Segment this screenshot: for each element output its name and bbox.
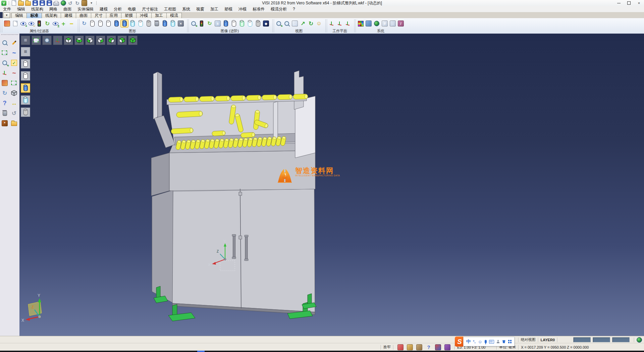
ucs-move-icon[interactable] bbox=[1, 69, 9, 77]
wireframe-mode-icon-button[interactable] bbox=[21, 59, 30, 69]
input-mode-toggle[interactable]: 中 bbox=[466, 339, 471, 345]
plane-select-icon[interactable] bbox=[33, 37, 40, 44]
profile-icon[interactable] bbox=[407, 345, 413, 350]
copy-attributes-icon[interactable] bbox=[11, 20, 19, 27]
cylinder-hatched-icon[interactable] bbox=[145, 20, 152, 27]
cylinder-translucent-icon[interactable] bbox=[129, 20, 136, 27]
new-file-icon[interactable] bbox=[11, 0, 17, 6]
3d-viewport[interactable]: Y X Z Y X Z ≡ ≡ bbox=[19, 34, 644, 336]
tab-模流[interactable]: 模流 bbox=[166, 13, 182, 18]
render-menu-icon-button[interactable]: ≡ bbox=[21, 47, 30, 56]
translucent-mode-icon[interactable] bbox=[22, 96, 29, 104]
menu-冲模[interactable]: 冲模 bbox=[235, 6, 250, 12]
system-tools-icon[interactable] bbox=[373, 20, 380, 27]
tab-标准[interactable]: 标准 bbox=[26, 13, 42, 18]
save-as-icon[interactable] bbox=[39, 0, 45, 6]
cube-bottom-view-icon[interactable] bbox=[75, 37, 83, 44]
menu-?[interactable]: ? bbox=[290, 7, 298, 11]
package-icon[interactable] bbox=[435, 345, 441, 350]
render-menu-icon[interactable]: ≡ bbox=[22, 48, 29, 55]
advanced-visibility-icon[interactable]: + bbox=[190, 20, 197, 27]
snap-select-icon[interactable] bbox=[1, 39, 9, 47]
plane-select-icon-button[interactable] bbox=[32, 36, 41, 45]
menu-加工[interactable]: 加工 bbox=[207, 6, 221, 12]
workplane-align-icon[interactable] bbox=[344, 20, 352, 27]
menu-标准件[interactable]: 标准件 bbox=[250, 6, 268, 12]
print-icon[interactable] bbox=[53, 0, 59, 6]
filter-traffic-light-icon[interactable] bbox=[36, 20, 43, 27]
color-swatch-2[interactable] bbox=[593, 337, 610, 342]
shaded-mode-icon[interactable] bbox=[22, 84, 29, 92]
menu-建模[interactable]: 建模 bbox=[97, 6, 111, 12]
menu-线架构[interactable]: 线架构 bbox=[28, 6, 46, 12]
viewport-menu-icon[interactable]: ≡ bbox=[22, 37, 29, 44]
cube-right-view-icon-button[interactable] bbox=[117, 36, 127, 45]
open-folder-icon[interactable] bbox=[18, 0, 24, 6]
tab-线架构[interactable]: 线架构 bbox=[42, 13, 61, 18]
cylinder-check-icon[interactable] bbox=[238, 20, 246, 27]
toggle-region-icon[interactable]: ± bbox=[214, 20, 221, 27]
cylinder-hatch2-icon[interactable] bbox=[254, 20, 262, 27]
tab-应用[interactable]: 应用 bbox=[106, 13, 121, 18]
lock-toggle[interactable]: 拴牢 bbox=[383, 345, 391, 350]
cylinder-shaded-edges-icon[interactable] bbox=[121, 20, 128, 27]
shield-icon[interactable]: ◆ bbox=[262, 20, 270, 27]
table-settings-icon[interactable]: # bbox=[381, 20, 388, 27]
menu-工程图[interactable]: 工程图 bbox=[161, 6, 179, 12]
rotate-view-icon[interactable]: ↻ bbox=[307, 20, 315, 27]
visi-logo[interactable]: V bbox=[1, 0, 7, 6]
snap-grid-icon[interactable] bbox=[397, 344, 404, 351]
zoom-dynamic-icon[interactable]: + bbox=[1, 59, 9, 67]
tab-加工[interactable]: 加工 bbox=[151, 13, 167, 18]
cube-iso-view-icon[interactable] bbox=[129, 37, 137, 44]
hidden-line-mode-icon-button[interactable] bbox=[21, 71, 30, 81]
menu-视窗[interactable]: 视窗 bbox=[193, 6, 207, 12]
cube-iso-view-icon-button[interactable] bbox=[128, 36, 138, 45]
advanced-filter-icon[interactable] bbox=[198, 20, 205, 27]
cylinder-modify-icon[interactable] bbox=[169, 20, 176, 27]
menu-文件[interactable]: 文件 bbox=[0, 6, 14, 12]
color-swatch-1[interactable] bbox=[573, 337, 591, 342]
quickbar-more-icon[interactable]: ▾ bbox=[89, 0, 94, 6]
menu-电极[interactable]: 电极 bbox=[125, 6, 139, 12]
minimize-button[interactable] bbox=[614, 0, 624, 6]
image-settings-icon[interactable] bbox=[365, 20, 372, 27]
keyboard-icon[interactable] bbox=[489, 340, 494, 344]
skin-icon[interactable] bbox=[502, 340, 506, 343]
window-pane-icon[interactable] bbox=[10, 79, 18, 87]
menu-编辑[interactable]: 编辑 bbox=[14, 6, 28, 12]
preview-globe-icon[interactable] bbox=[60, 0, 66, 6]
tab-曲面[interactable]: 曲面 bbox=[76, 13, 91, 18]
hide-remove-icon[interactable]: − bbox=[28, 20, 35, 27]
menu-曲面[interactable]: 曲面 bbox=[60, 6, 74, 12]
menu-实体编辑[interactable]: 实体编辑 bbox=[74, 6, 97, 12]
delete-trash-icon[interactable] bbox=[1, 109, 9, 117]
menu-分析[interactable]: 分析 bbox=[111, 6, 125, 12]
workplane-modify-icon[interactable] bbox=[336, 20, 343, 27]
emoji-icon[interactable]: ☺ bbox=[478, 339, 482, 344]
tab-dropdown-button[interactable]: ▼ bbox=[3, 12, 10, 18]
refresh-region-icon[interactable]: ↻ bbox=[206, 20, 213, 27]
cube-front-view-icon-button[interactable] bbox=[85, 36, 95, 45]
cylinder-delete-icon[interactable] bbox=[153, 20, 160, 27]
ucs-triad-icon[interactable] bbox=[54, 37, 61, 44]
cube-back-view-icon[interactable] bbox=[97, 37, 104, 44]
session-icon[interactable] bbox=[82, 0, 87, 6]
cylinder-shaded-icon[interactable] bbox=[113, 20, 120, 27]
menu-模流分析[interactable]: 模流分析 bbox=[268, 6, 290, 12]
hatched-mode-icon-button[interactable] bbox=[21, 107, 30, 117]
viewer-face-icon[interactable]: ☺ bbox=[315, 20, 323, 27]
curve-edit-icon[interactable]: ~ bbox=[10, 69, 18, 77]
cylinder-outline-icon[interactable] bbox=[230, 20, 237, 27]
cube-bottom-view-icon-button[interactable] bbox=[74, 36, 84, 45]
save-sync-icon[interactable] bbox=[46, 0, 52, 6]
attributes-stack-icon[interactable] bbox=[1, 79, 9, 87]
absolute-view-status[interactable]: 绝对视图 bbox=[521, 337, 536, 342]
graphics-settings-icon[interactable]: × bbox=[177, 20, 184, 27]
zoom-plus-icon[interactable]: + bbox=[275, 20, 282, 27]
zoom-window-icon[interactable] bbox=[283, 20, 290, 27]
menu-系统[interactable]: 系统 bbox=[179, 6, 193, 12]
grid-menu-icon[interactable] bbox=[508, 340, 512, 343]
zoom-out-filter-icon[interactable]: − bbox=[68, 20, 75, 27]
close-button[interactable]: × bbox=[634, 0, 644, 6]
